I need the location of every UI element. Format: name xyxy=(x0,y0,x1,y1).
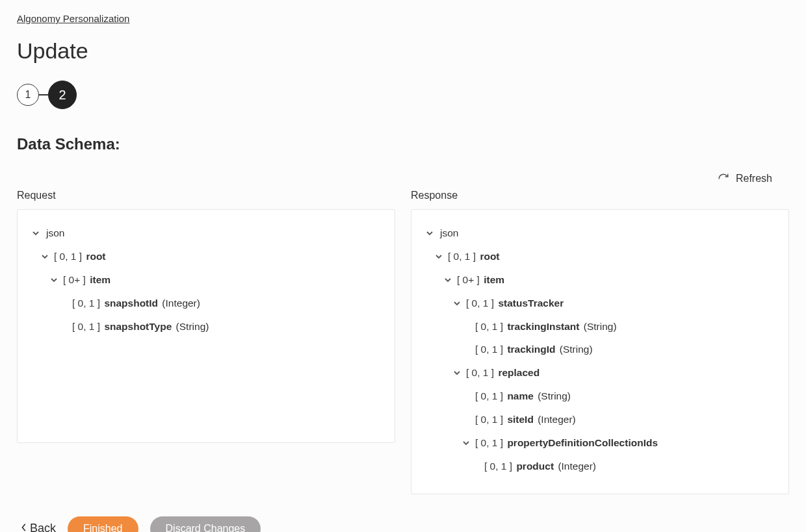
chevron-down-icon[interactable] xyxy=(40,253,50,260)
response-tree-node[interactable]: [ 0, 1 ] replaced xyxy=(424,361,775,385)
chevron-down-icon[interactable] xyxy=(443,276,453,284)
chevron-down-icon[interactable] xyxy=(461,439,471,447)
request-panel: json[ 0, 1 ] root[ 0+ ] item[ 0, 1 ] sna… xyxy=(17,209,395,443)
response-tree-node-text: [ 0, 1 ] root xyxy=(448,247,500,266)
page-title: Update xyxy=(17,38,789,64)
response-tree-node[interactable]: json xyxy=(424,222,775,245)
chevron-down-icon[interactable] xyxy=(31,229,41,237)
response-tree-node: [ 0, 1 ] product (Integer) xyxy=(424,455,775,478)
response-tree-node: [ 0, 1 ] name (String) xyxy=(424,385,775,408)
finished-button[interactable]: Finished xyxy=(68,516,138,532)
request-tree-node: [ 0, 1 ] snapshotId (Integer) xyxy=(31,292,382,315)
response-panel: json[ 0, 1 ] root[ 0+ ] item[ 0, 1 ] sta… xyxy=(411,209,789,494)
step-connector xyxy=(39,94,48,95)
response-tree-node-text: [ 0, 1 ] name (String) xyxy=(475,387,571,405)
chevron-down-icon[interactable] xyxy=(452,299,462,307)
chevron-left-icon xyxy=(21,522,27,532)
response-tree-node-text: [ 0, 1 ] replaced xyxy=(466,364,540,382)
breadcrumb[interactable]: Algonomy Personalization xyxy=(17,13,129,24)
response-tree-node[interactable]: [ 0, 1 ] root xyxy=(424,245,775,268)
response-tree-node-text: json xyxy=(439,224,458,242)
response-tree-node-text: [ 0+ ] item xyxy=(457,271,504,289)
chevron-down-icon[interactable] xyxy=(49,276,59,284)
request-tree-node: [ 0, 1 ] snapshotType (String) xyxy=(31,315,382,338)
stepper: 12 xyxy=(17,81,789,109)
response-tree-node: [ 0, 1 ] siteId (Integer) xyxy=(424,408,775,431)
request-tree-node-text: [ 0, 1 ] root xyxy=(54,247,106,266)
response-tree-node-text: [ 0, 1 ] trackingInstant (String) xyxy=(475,318,617,336)
chevron-down-icon[interactable] xyxy=(434,253,444,260)
response-tree-node-text: [ 0, 1 ] statusTracker xyxy=(466,294,564,312)
response-tree-node[interactable]: [ 0, 1 ] propertyDefinitionCollectionIds xyxy=(424,431,775,455)
request-label: Request xyxy=(17,190,395,201)
chevron-down-icon[interactable] xyxy=(452,369,462,377)
request-tree-node[interactable]: json xyxy=(31,222,382,245)
response-tree-node[interactable]: [ 0+ ] item xyxy=(424,268,775,292)
request-tree-node[interactable]: [ 0+ ] item xyxy=(31,268,382,292)
back-button[interactable]: Back xyxy=(21,522,56,532)
response-tree-node-text: [ 0, 1 ] propertyDefinitionCollectionIds xyxy=(475,434,658,452)
response-tree-node: [ 0, 1 ] trackingInstant (String) xyxy=(424,315,775,338)
request-tree-node-text: [ 0, 1 ] snapshotType (String) xyxy=(72,318,209,336)
response-tree-node-text: [ 0, 1 ] product (Integer) xyxy=(484,457,596,475)
step-2[interactable]: 2 xyxy=(48,81,77,109)
chevron-down-icon[interactable] xyxy=(424,229,435,237)
response-tree-node-text: [ 0, 1 ] trackingId (String) xyxy=(475,340,593,359)
response-tree-node: [ 0, 1 ] trackingId (String) xyxy=(424,338,775,361)
request-tree-node-text: json xyxy=(45,224,64,242)
response-label: Response xyxy=(411,190,789,201)
discard-button[interactable]: Discard Changes xyxy=(150,516,261,532)
response-tree-node-text: [ 0, 1 ] siteId (Integer) xyxy=(475,411,576,429)
request-tree-node-text: [ 0, 1 ] snapshotId (Integer) xyxy=(72,294,200,312)
back-label: Back xyxy=(30,522,56,532)
response-tree-node[interactable]: [ 0, 1 ] statusTracker xyxy=(424,292,775,315)
step-1[interactable]: 1 xyxy=(17,84,39,106)
request-tree-node[interactable]: [ 0, 1 ] root xyxy=(31,245,382,268)
request-tree-node-text: [ 0+ ] item xyxy=(63,271,110,289)
section-title: Data Schema: xyxy=(17,135,789,153)
